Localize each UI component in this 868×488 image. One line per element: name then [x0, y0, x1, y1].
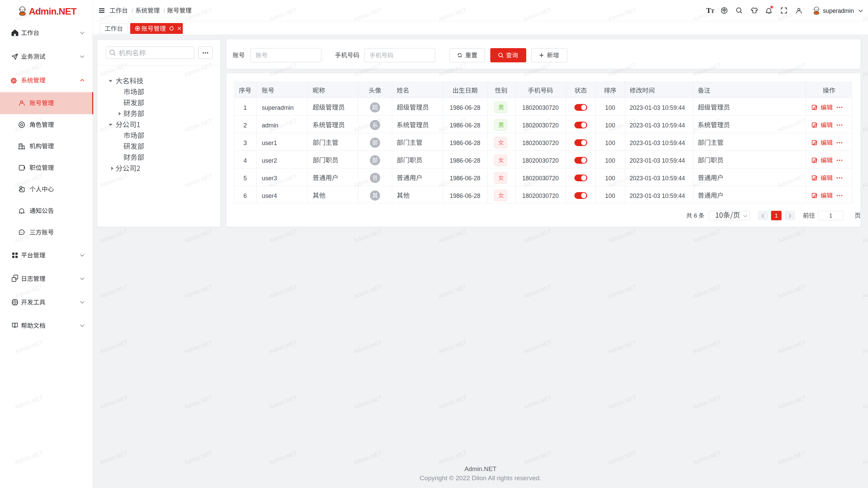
- svg-text:Admin.NET: Admin.NET: [465, 465, 497, 472]
- svg-text:Copyright © 2022 Dilon All rig: Copyright © 2022 Dilon All rights reserv…: [420, 474, 541, 482]
